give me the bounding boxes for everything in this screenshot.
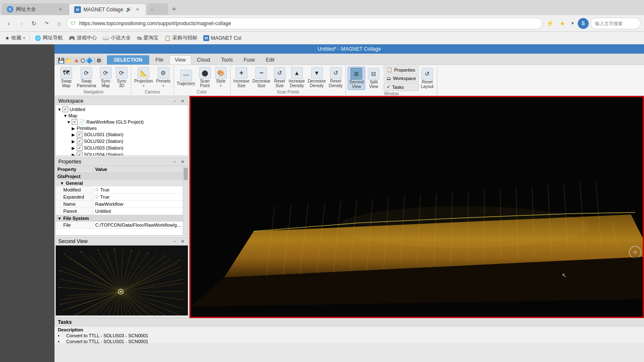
btn-style[interactable]: 🎨 Style ▾ xyxy=(213,66,229,89)
tab-tools[interactable]: Tools xyxy=(216,55,238,65)
svg-line-8 xyxy=(60,271,121,292)
forward-button[interactable]: › xyxy=(16,18,27,29)
btn-decrease-density[interactable]: ▼ Decrease Density xyxy=(306,66,327,89)
toolbar-icon-5[interactable]: 🔷 xyxy=(86,57,93,64)
btn-scan-point[interactable]: ⬤ Scan Point xyxy=(197,66,213,89)
tab2-audio[interactable]: 🔊 xyxy=(126,7,132,12)
second-view-minimize-btn[interactable]: − xyxy=(172,238,178,244)
tree-item-solus01[interactable]: ▶ ✓ SOLUS01 (Station) xyxy=(56,131,188,138)
properties-close-btn[interactable]: ✕ xyxy=(179,159,185,165)
browser-search-input[interactable] xyxy=(590,18,641,29)
bk6-label: 采购与招标 xyxy=(172,34,197,41)
navigation-label: Navigation xyxy=(58,89,129,95)
tree-item-primitives[interactable]: ▶ Primitives xyxy=(56,125,188,131)
address-input[interactable] xyxy=(66,18,543,29)
scrollbar-thumb[interactable] xyxy=(184,168,188,180)
btn-workspace[interactable]: 🗂 Workspace xyxy=(384,75,419,82)
flash-button[interactable]: ⚡ xyxy=(544,18,555,29)
svg-line-27 xyxy=(66,292,121,296)
btn-sync-3d[interactable]: ⟳ Sync 3D xyxy=(114,66,129,89)
refresh-button[interactable]: ↻ xyxy=(29,18,39,29)
bk-4[interactable]: 📖 小说大全 xyxy=(100,34,133,42)
btn-reset-size[interactable]: ↺ Reset Size xyxy=(272,66,287,89)
home-button[interactable]: ⌂ xyxy=(54,18,65,29)
workspace-header-btns: − ✕ xyxy=(172,98,185,104)
bookmark-button[interactable]: ★ xyxy=(557,18,568,29)
tab-1[interactable]: S 网址大全 ✕ xyxy=(2,3,69,15)
tree-item-rawworkflow[interactable]: ▼ ✓ 📄 RawWorkflow (GLS Project) xyxy=(56,119,188,125)
tab-selection[interactable]: SELECTION xyxy=(107,55,149,65)
new-tab-button[interactable]: + xyxy=(168,3,180,15)
svg-rect-119 xyxy=(535,209,535,209)
workspace-close-btn[interactable]: ✕ xyxy=(179,98,185,104)
svg-point-61 xyxy=(148,253,148,253)
svg-rect-124 xyxy=(597,204,598,205)
workspace-minimize-btn[interactable]: − xyxy=(172,98,178,104)
btn-increase-size[interactable]: + Increase Size xyxy=(232,66,251,89)
check-solus01: ✓ xyxy=(77,132,83,137)
tree-item-solus03[interactable]: ▶ ✓ SOLUS03 (Station) xyxy=(56,145,188,151)
svg-rect-97 xyxy=(264,229,265,230)
bk-5[interactable]: 🛍 爱淘宝 xyxy=(134,34,161,42)
tab1-close[interactable]: ✕ xyxy=(57,6,64,13)
separator1 xyxy=(29,34,30,42)
tab-edit[interactable]: Edit xyxy=(261,55,280,65)
svg-rect-99 xyxy=(287,227,288,227)
bookmark-arrow[interactable]: ▾ xyxy=(569,18,576,29)
btn-decrease-size[interactable]: − Decrease Size xyxy=(251,66,272,89)
btn-swap-panorama[interactable]: ⟳ Swap Panorama xyxy=(75,66,97,89)
second-view-close-btn[interactable]: ✕ xyxy=(179,238,185,244)
tree-item-solus04[interactable]: ▶ ✓ SOLUS04 (Station) xyxy=(56,151,188,155)
btn-sync-map[interactable]: ⟳ Sync Map xyxy=(98,66,113,89)
back-button[interactable]: ‹ xyxy=(3,18,14,29)
toolbar-icon-2[interactable]: 📁 xyxy=(65,57,72,64)
toolbar-separator xyxy=(94,58,95,64)
tree-item-solus02[interactable]: ▶ ✓ SOLUS02 (Station) xyxy=(56,138,188,145)
btn-trajectory[interactable]: 〰 Trajectory xyxy=(176,69,197,87)
tab-cloud[interactable]: Cloud xyxy=(192,55,215,65)
toolbar-icon-4[interactable]: ⬡ xyxy=(80,57,85,64)
toolbar-icon-6[interactable]: ⚙ xyxy=(96,57,101,64)
swap-panorama-icon: ⟳ xyxy=(80,67,92,79)
tree-item-untitled[interactable]: ▼ ✓ Untitled xyxy=(56,106,188,113)
bk-2[interactable]: 🌐 网址导航 xyxy=(32,34,65,42)
bookmarks-toggle[interactable]: ★ 收藏 ▾ xyxy=(3,34,27,42)
tab-view[interactable]: View xyxy=(169,55,191,65)
bk-7[interactable]: M MAGNET Col xyxy=(201,34,244,42)
tree-item-map[interactable]: ▼ Map xyxy=(56,113,188,119)
tab-fuse-label: Fuse xyxy=(244,57,255,63)
blank-tab[interactable]: ▭ xyxy=(147,3,168,15)
bk-6[interactable]: 📋 采购与招标 xyxy=(162,34,200,42)
svg-point-149 xyxy=(610,248,610,248)
btn-swap-map[interactable]: 🗺 Swap Map xyxy=(58,66,75,89)
check-untitled: ✓ xyxy=(62,106,68,112)
tab2-close[interactable]: ✕ xyxy=(134,6,141,13)
tab-file[interactable]: File xyxy=(151,55,169,65)
reset-layout-icon: ↺ xyxy=(421,68,433,80)
btn-second-view[interactable]: ⊞ Second View xyxy=(348,67,365,90)
properties-scrollbar[interactable] xyxy=(183,166,188,235)
properties-minimize-btn[interactable]: − xyxy=(172,159,178,165)
label-solus03: SOLUS03 (Station) xyxy=(84,145,123,150)
arrow-solus01: ▶ xyxy=(72,132,77,137)
bk5-label: 爱淘宝 xyxy=(143,34,158,41)
tab-fuse[interactable]: Fuse xyxy=(239,55,260,65)
toolbar-icon-1[interactable]: 💾 xyxy=(58,57,65,64)
label-primitives: Primitives xyxy=(77,126,97,131)
bk-3[interactable]: 🎮 游戏中心 xyxy=(66,34,99,42)
filesystem-arrow: ▼ xyxy=(57,216,62,221)
btn-presets[interactable]: ⚙ Presets ▾ xyxy=(155,66,172,89)
btn-reset-layout[interactable]: ↺ Reset Layout xyxy=(419,67,435,90)
btn-increase-density[interactable]: ▲ Increase Density xyxy=(288,66,306,89)
btn-reset-density[interactable]: ↺ Reset Density xyxy=(327,66,344,89)
history-button[interactable]: ↷ xyxy=(41,18,52,29)
tab-2[interactable]: M MAGNET Collage 🔊 ✕ xyxy=(69,3,146,15)
btn-properties[interactable]: 📋 Properties xyxy=(384,66,419,74)
prop-row-name: Name RawWorkflow xyxy=(56,201,183,208)
sync-map-icon: ⟳ xyxy=(100,67,112,79)
btn-projection[interactable]: 📐 Projection ▾ xyxy=(133,66,154,89)
btn-tasks[interactable]: ✓ Tasks xyxy=(384,83,419,91)
toolbar-icon-3[interactable]: 🔺 xyxy=(73,57,80,64)
task-bullet-2: • xyxy=(58,339,64,344)
btn-split-view[interactable]: ⊟ Split View xyxy=(366,67,382,90)
